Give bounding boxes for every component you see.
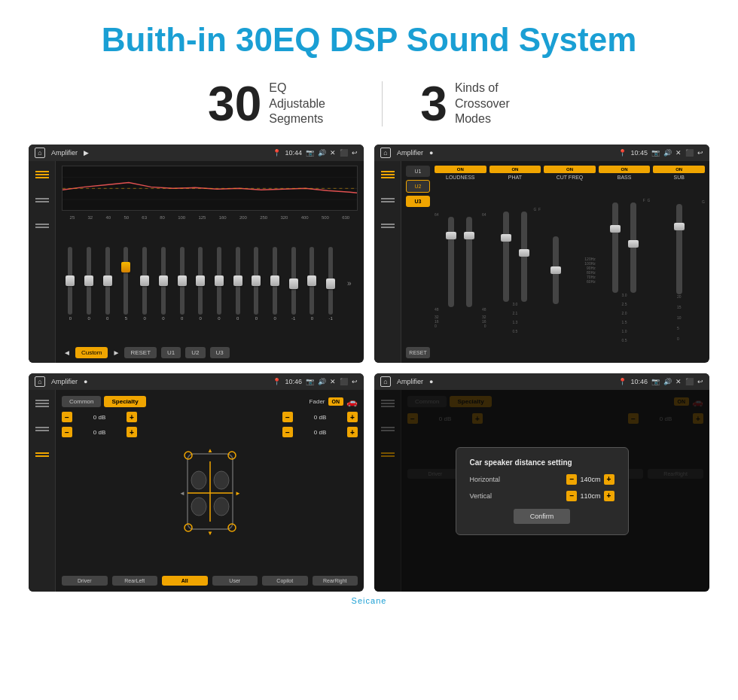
u2-button[interactable]: U2: [185, 347, 205, 358]
dsp-reset-button[interactable]: RESET: [406, 347, 430, 358]
fader-text: Fader: [310, 398, 325, 405]
record-dot-dist: ●: [429, 378, 433, 385]
eq-slider-4: 0: [142, 223, 147, 344]
close-icon[interactable]: ✕: [330, 149, 336, 157]
dsp-preset-u1[interactable]: U1: [406, 166, 430, 177]
vertical-minus-btn[interactable]: −: [566, 491, 577, 501]
rl-minus-btn[interactable]: −: [62, 427, 72, 437]
sidebar-dsp-wave[interactable]: [380, 194, 396, 206]
back-icon-dist[interactable]: ↩: [697, 378, 703, 385]
rearright-btn[interactable]: RearRight: [313, 576, 358, 586]
sidebar-fader-wave[interactable]: [34, 423, 50, 435]
dsp-band-phat: ON PHAT G F 3.02.11.30.5: [489, 166, 541, 358]
custom-button[interactable]: Custom: [75, 347, 108, 358]
screen-dsp-bar-right: 📍 10:45 📷 🔊 ✕ ⬛ ↩: [618, 149, 703, 157]
home-icon[interactable]: ⌂: [35, 148, 45, 158]
cutfreq-toggle[interactable]: ON: [544, 166, 596, 173]
screen-eq-bar-right: 📍 10:44 📷 🔊 ✕ ⬛ ↩: [273, 149, 358, 157]
dsp-band-loudness: ON LOUDNESS 6464 4848: [435, 166, 486, 358]
sidebar-dsp-spk[interactable]: [380, 220, 396, 232]
close-icon-dsp[interactable]: ✕: [675, 149, 682, 157]
dsp-band-bass: ON BASS F G 3.02.52.01.51.00.5: [599, 166, 651, 358]
location-icon: 📍: [273, 149, 281, 157]
horizontal-plus-btn[interactable]: +: [604, 474, 614, 485]
home-icon-dsp[interactable]: ⌂: [380, 148, 391, 158]
horizontal-minus-btn[interactable]: −: [566, 474, 577, 485]
loudness-slider-area: 6464 4848 3232: [435, 181, 486, 358]
phat-toggle[interactable]: ON: [489, 166, 541, 173]
screen-icon-fader: ⬛: [340, 378, 348, 385]
loudness-label: LOUDNESS: [446, 175, 475, 180]
sub-toggle[interactable]: ON: [653, 166, 705, 173]
copilot-btn[interactable]: Copilot: [262, 576, 308, 586]
sidebar-eq-icon[interactable]: [34, 169, 50, 181]
sidebar-fader-eq[interactable]: [34, 397, 50, 409]
sidebar-fader-spk[interactable]: [34, 449, 50, 461]
vol-icon-fader: 🔊: [318, 378, 326, 385]
volume-icon: 🔊: [318, 149, 326, 157]
cutfreq-label: CUT FREQ: [557, 175, 584, 180]
eq-slider-13: 0: [310, 223, 314, 344]
eq-slider-11: 0: [273, 223, 277, 344]
vol-icon-dist: 🔊: [663, 378, 672, 385]
screen-distance-bar: ⌂ Amplifier ● 📍 10:46 📷 🔊 ✕ ⬛ ↩: [374, 373, 709, 390]
confirm-button[interactable]: Confirm: [514, 509, 571, 524]
svg-point-8: [214, 498, 229, 516]
screen-eq-title: Amplifier: [51, 149, 78, 157]
fl-minus-btn[interactable]: −: [62, 412, 72, 422]
vertical-plus-btn[interactable]: +: [604, 491, 614, 501]
screen-eq-time: 10:44: [285, 149, 302, 157]
svg-text:▼: ▼: [207, 530, 213, 537]
close-icon-fader[interactable]: ✕: [330, 378, 336, 385]
rr-minus-btn[interactable]: −: [282, 427, 293, 437]
rearleft-btn[interactable]: RearLeft: [112, 576, 158, 586]
dialog-horizontal-row: Horizontal − 140cm +: [470, 474, 614, 485]
u3-button[interactable]: U3: [210, 347, 230, 358]
speaker-fl-row: − 0 dB +: [62, 412, 137, 422]
screen-fader-bar: ⌂ Amplifier ● 📍 10:46 📷 🔊 ✕ ⬛ ↩: [29, 373, 364, 390]
common-tab[interactable]: Common: [62, 396, 101, 407]
sub-slider-area: G 20151050: [653, 181, 705, 358]
dsp-band-sub: ON SUB G 20151050: [653, 166, 705, 358]
rr-plus-btn[interactable]: +: [347, 427, 358, 437]
stat-eq: 30 EQ AdjustableSegments: [170, 80, 382, 128]
stat-eq-label: EQ AdjustableSegments: [269, 81, 344, 127]
u1-button[interactable]: U1: [161, 347, 181, 358]
driver-btn[interactable]: Driver: [62, 576, 108, 586]
dsp-preset-u3[interactable]: U3: [406, 196, 430, 207]
loc-icon-fader: 📍: [273, 378, 281, 385]
fl-plus-btn[interactable]: +: [127, 412, 137, 422]
back-icon-dsp[interactable]: ↩: [697, 149, 703, 157]
sidebar-dsp-eq[interactable]: [380, 169, 396, 181]
screen-distance-bar-left: ⌂ Amplifier ●: [380, 376, 433, 387]
eq-slider-3: 5: [124, 223, 128, 344]
fader-toggle[interactable]: ON: [328, 397, 344, 406]
fader-top: Common Specialty Fader ON 🚗: [62, 396, 358, 407]
rl-plus-btn[interactable]: +: [127, 427, 137, 437]
sidebar-speaker-icon[interactable]: [34, 220, 50, 232]
dsp-main: U1 U2 U3 RESET ON LOUDNESS 6464: [401, 161, 709, 363]
screen-dsp: ⌂ Amplifier ● 📍 10:45 📷 🔊 ✕ ⬛ ↩: [374, 145, 709, 363]
dsp-preset-u2[interactable]: U2: [406, 180, 430, 193]
prev-button[interactable]: ◄: [63, 348, 71, 357]
home-icon-fader[interactable]: ⌂: [35, 376, 45, 387]
eq-slider-10: 0: [254, 223, 258, 344]
fr-plus-btn[interactable]: +: [347, 412, 358, 422]
close-icon-dist[interactable]: ✕: [675, 378, 682, 385]
camera-icon-dsp: 📷: [651, 149, 660, 157]
reset-button[interactable]: RESET: [124, 347, 157, 358]
loudness-toggle[interactable]: ON: [435, 166, 486, 173]
fr-minus-btn[interactable]: −: [282, 412, 293, 422]
specialty-tab[interactable]: Specialty: [104, 396, 145, 407]
sidebar-wave-icon[interactable]: [34, 194, 50, 206]
fader-label: Fader ON 🚗: [310, 397, 358, 407]
eq-slider-8: 0: [217, 223, 221, 344]
svg-text:▲: ▲: [207, 447, 213, 454]
back-icon-fader[interactable]: ↩: [352, 378, 358, 385]
user-btn[interactable]: User: [212, 576, 258, 586]
next-button[interactable]: ►: [112, 348, 120, 357]
home-icon-dist[interactable]: ⌂: [380, 376, 391, 387]
bass-toggle[interactable]: ON: [599, 166, 651, 173]
back-icon[interactable]: ↩: [352, 149, 358, 157]
all-btn[interactable]: All: [162, 576, 208, 586]
